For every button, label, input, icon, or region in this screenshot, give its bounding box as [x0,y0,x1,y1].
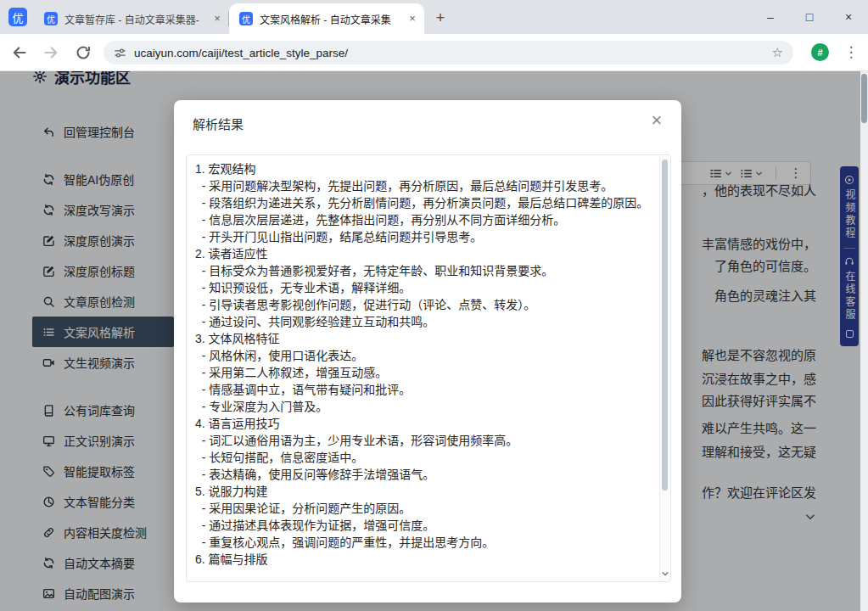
bookmark-star-icon[interactable]: ☆ [772,45,783,60]
dialog-title: 解析结果 [193,115,244,132]
url-bar[interactable]: ucaiyun.com/caiji/test_article_style_par… [104,41,793,64]
tab-favicon: 优 [44,12,58,25]
browser-logo: 优 [8,8,27,26]
page-content: 演示功能区 回管理控制台 智能AI伪原创 深度改写演示 深度原创演示 深度原创标… [0,71,868,611]
tab-title: 文章暂存库 - 自动文章采集器- [64,12,204,26]
tab-strip: 优 优 文章暂存库 - 自动文章采集器- × 优 文案风格解析 - 自动文章采集… [0,0,868,34]
close-button[interactable]: × [829,0,868,34]
browser-toolbar: ucaiyun.com/caiji/test_article_style_par… [0,34,868,71]
tab-title: 文案风格解析 - 自动文章采集 [260,12,399,26]
scrollbar-down-icon[interactable] [660,569,670,579]
profile-avatar[interactable]: # [811,43,829,61]
window-controls: – □ × [751,0,868,34]
maximize-button[interactable]: □ [790,0,829,34]
tab-close-icon[interactable]: × [210,12,224,25]
page-scrollbar-thumb[interactable] [861,74,867,123]
tab-list: 优 文章暂存库 - 自动文章采集器- × 优 文案风格解析 - 自动文章采集 × [34,0,424,34]
forward-icon[interactable] [42,44,59,61]
refresh-icon[interactable] [75,44,92,61]
browser-window: 优 优 文章暂存库 - 自动文章采集器- × 优 文案风格解析 - 自动文章采集… [0,0,868,611]
dialog-scrollbar[interactable] [659,156,669,580]
dialog-scrollbar-thumb[interactable] [662,160,668,490]
browser-menu-icon[interactable]: ⋮ [841,42,861,63]
tab-close-icon[interactable]: × [406,12,419,25]
browser-tab[interactable]: 优 文章暂存库 - 自动文章采集器- × [34,3,229,34]
page-scrollbar[interactable] [860,71,868,611]
parse-result-dialog: 解析结果 × 1. 宏观结构 - 采用问题解决型架构，先提出问题，再分析原因，最… [174,100,681,603]
new-tab-button[interactable]: + [429,7,451,29]
minimize-button[interactable]: – [751,0,790,34]
parse-result-text: 1. 宏观结构 - 采用问题解决型架构，先提出问题，再分析原因，最后总结问题并引… [187,155,658,568]
dialog-close-icon[interactable]: × [644,108,669,133]
tab-favicon: 优 [239,12,253,25]
browser-tab[interactable]: 优 文案风格解析 - 自动文章采集 × [229,3,424,34]
back-icon[interactable] [11,44,28,61]
url-text[interactable]: ucaiyun.com/caiji/test_article_style_par… [134,47,764,59]
dialog-body: 1. 宏观结构 - 采用问题解决型架构，先提出问题，再分析原因，最后总结问题并引… [186,154,671,582]
site-settings-icon[interactable] [114,47,126,59]
